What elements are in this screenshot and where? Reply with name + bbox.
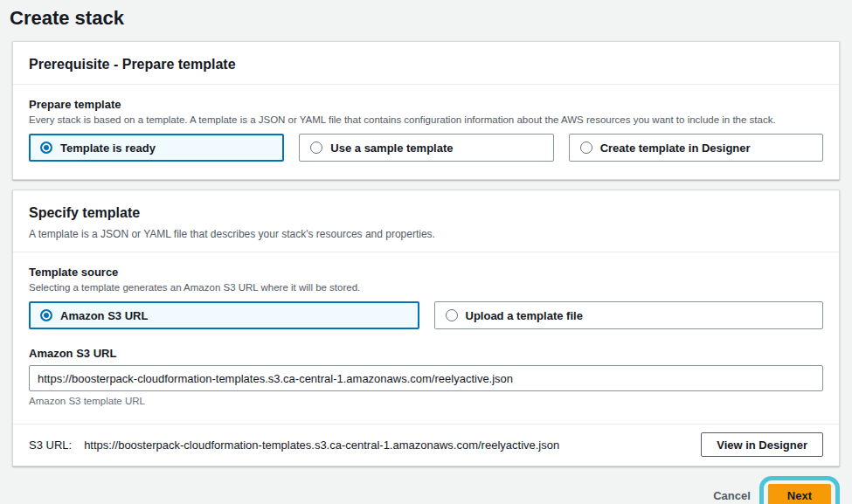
page-title: Create stack xyxy=(10,5,840,31)
template-source-options: Amazon S3 URL Upload a template file xyxy=(29,301,823,329)
amazon-s3-url-input[interactable] xyxy=(29,365,823,391)
specify-template-description: A template is a JSON or YAML file that d… xyxy=(29,227,823,241)
template-source-section: Template source Selecting a template gen… xyxy=(13,252,839,424)
radio-unselected-icon xyxy=(310,142,322,154)
radio-selected-icon xyxy=(40,142,52,154)
s3-url-row-label: S3 URL: xyxy=(29,438,72,452)
radio-tile-label: Use a sample template xyxy=(330,142,453,155)
s3-url-row-value: https://boosterpack-cloudformation-templ… xyxy=(84,438,559,452)
radio-tile-label: Create template in Designer xyxy=(600,142,751,155)
specify-template-card-header: Specify template A template is a JSON or… xyxy=(13,190,839,252)
prerequisite-card: Prerequisite - Prepare template Prepare … xyxy=(12,41,840,180)
amazon-s3-url-field-block: Amazon S3 URL Amazon S3 template URL xyxy=(29,346,823,406)
radio-tile-upload-template-file[interactable]: Upload a template file xyxy=(434,301,824,329)
cancel-button[interactable]: Cancel xyxy=(713,489,751,502)
view-in-designer-button[interactable]: View in Designer xyxy=(701,432,823,457)
next-button[interactable]: Next xyxy=(768,484,831,504)
s3-url-summary-row: S3 URL: https://boosterpack-cloudformati… xyxy=(13,425,839,466)
radio-tile-label: Template is ready xyxy=(60,142,156,155)
next-button-highlight-ring: Next xyxy=(759,476,840,504)
prepare-template-label: Prepare template xyxy=(29,97,823,113)
footer-actions: Cancel Next xyxy=(12,476,840,504)
prepare-template-options: Template is ready Use a sample template … xyxy=(29,134,823,162)
prerequisite-card-header: Prerequisite - Prepare template xyxy=(13,42,839,84)
radio-tile-label: Upload a template file xyxy=(466,309,583,322)
prepare-template-section: Prepare template Every stack is based on… xyxy=(13,85,839,179)
radio-tile-template-is-ready[interactable]: Template is ready xyxy=(29,134,284,162)
radio-selected-icon xyxy=(40,309,52,321)
radio-tile-create-template-in-designer[interactable]: Create template in Designer xyxy=(569,134,823,162)
radio-unselected-icon xyxy=(580,142,592,154)
template-source-description: Selecting a template generates an Amazon… xyxy=(29,281,823,294)
amazon-s3-url-helper-text: Amazon S3 template URL xyxy=(29,396,823,406)
radio-tile-amazon-s3-url[interactable]: Amazon S3 URL xyxy=(29,301,419,329)
prerequisite-card-title: Prerequisite - Prepare template xyxy=(29,56,823,73)
amazon-s3-url-label: Amazon S3 URL xyxy=(29,346,823,362)
template-source-label: Template source xyxy=(29,265,823,280)
specify-template-card: Specify template A template is a JSON or… xyxy=(12,190,840,466)
radio-tile-label: Amazon S3 URL xyxy=(60,309,148,322)
specify-template-title: Specify template xyxy=(29,204,823,222)
radio-tile-use-sample-template[interactable]: Use a sample template xyxy=(299,134,553,162)
radio-unselected-icon xyxy=(446,309,458,321)
create-stack-page: Create stack Prerequisite - Prepare temp… xyxy=(0,0,852,504)
prepare-template-description: Every stack is based on a template. A te… xyxy=(29,114,823,127)
